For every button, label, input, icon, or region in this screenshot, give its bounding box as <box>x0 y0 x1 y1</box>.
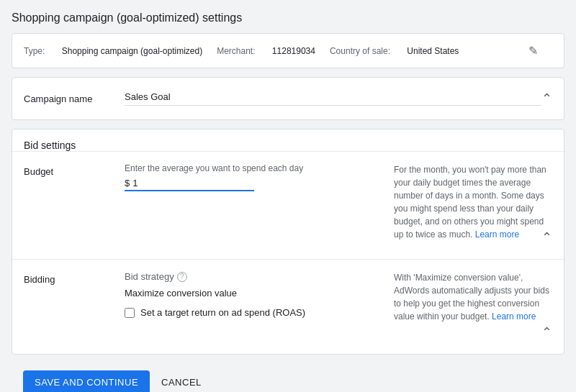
bid-strategy-label: Bid strategy <box>125 271 174 282</box>
budget-input[interactable] <box>132 178 219 188</box>
bottom-bar: SAVE AND CONTINUE CANCEL <box>12 363 564 392</box>
edit-icon[interactable]: ✎ <box>528 44 538 58</box>
budget-helper-text: For the month, you won't pay more than y… <box>394 163 552 247</box>
budget-content: Enter the average you want to spend each… <box>125 163 394 191</box>
country-info: Country of sale: United States <box>330 46 459 56</box>
bidding-label: Bidding <box>24 271 125 285</box>
campaign-name-card: Campaign name Sales Goal ⌃ <box>12 77 564 120</box>
budget-input-group: $ <box>125 178 254 191</box>
save-and-continue-button[interactable]: SAVE AND CONTINUE <box>23 370 150 392</box>
campaign-name-label: Campaign name <box>24 94 125 104</box>
campaign-name-chevron-icon[interactable]: ⌃ <box>541 91 552 106</box>
merchant-info: Merchant: 112819034 <box>217 46 315 56</box>
bidding-row: Bidding Bid strategy ? Maximize conversi… <box>12 259 564 354</box>
currency-symbol: $ <box>125 178 130 188</box>
roas-checkbox-label[interactable]: Set a target return on ad spend (ROAS) <box>140 307 305 318</box>
budget-label: Budget <box>24 163 125 177</box>
bidding-learn-more-link[interactable]: Learn more <box>492 311 536 322</box>
page-title: Shopping campaign (goal-optimized) setti… <box>12 12 564 24</box>
page-container: Shopping campaign (goal-optimized) setti… <box>0 0 576 392</box>
campaign-info-card: Type: Shopping campaign (goal-optimized)… <box>12 33 564 68</box>
bidding-helper-text: With 'Maximize conversion value', AdWord… <box>394 271 552 342</box>
campaign-name-value: Sales Goal <box>125 91 541 106</box>
cancel-button[interactable]: CANCEL <box>161 370 202 392</box>
campaign-info-row: Type: Shopping campaign (goal-optimized)… <box>12 34 564 68</box>
budget-row: Budget Enter the average you want to spe… <box>12 151 564 259</box>
budget-collapse-icon[interactable]: ⌃ <box>541 228 552 247</box>
budget-field-label: Enter the average you want to spend each… <box>125 163 379 173</box>
budget-learn-more-link[interactable]: Learn more <box>475 229 519 240</box>
campaign-type-info: Type: Shopping campaign (goal-optimized) <box>24 46 202 56</box>
roas-checkbox-row: Set a target return on ad spend (ROAS) <box>125 307 379 318</box>
campaign-name-row: Campaign name Sales Goal ⌃ <box>12 78 564 119</box>
bid-strategy-value: Maximize conversion value <box>125 288 379 298</box>
bid-settings-card: Bid settings Budget Enter the average yo… <box>12 129 564 355</box>
bid-settings-title: Bid settings <box>12 129 564 151</box>
bidding-content: Bid strategy ? Maximize conversion value… <box>125 271 394 318</box>
bid-strategy-row: Bid strategy ? <box>125 271 379 282</box>
bid-strategy-help-icon[interactable]: ? <box>177 272 187 282</box>
roas-checkbox[interactable] <box>125 308 135 318</box>
bidding-collapse-icon[interactable]: ⌃ <box>541 323 552 342</box>
